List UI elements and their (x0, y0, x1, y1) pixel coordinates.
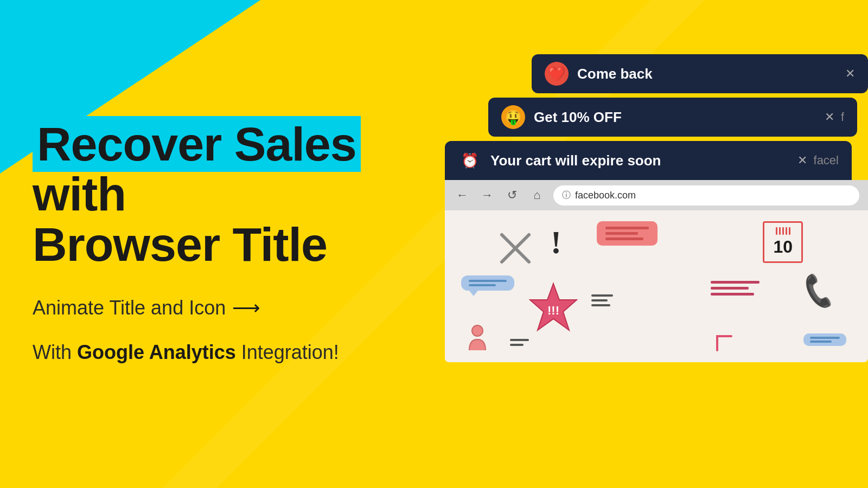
title-line3: Browser Title (33, 217, 327, 271)
number-10-box: 10 (763, 221, 803, 263)
reload-button[interactable]: ↺ (503, 187, 521, 204)
number-box-element: 10 (763, 221, 803, 263)
exclamation-icon-element: ! (551, 224, 561, 261)
tab2-close-button[interactable]: ✕ (825, 110, 834, 124)
ham-b-line-2 (510, 344, 524, 346)
hamburger-bottom (510, 339, 529, 346)
analytics-bold: Google Analytics (77, 341, 236, 363)
browser-toolbar: ← → ↺ ⌂ ⓘ facebook.com (445, 180, 868, 210)
browser-stack: ❤️ Come back ✕ 🤑 Get 10% OFF ✕ f ⏰ Your … (445, 54, 868, 362)
blue-bubble-lines (469, 280, 507, 286)
analytics-prefix: With (33, 341, 77, 363)
blue-line-1 (469, 280, 507, 282)
subtitle-text: Animate Title and Icon (33, 297, 226, 319)
tab1-close-button[interactable]: ✕ (845, 67, 855, 81)
tick-4 (786, 227, 787, 235)
tab2-emoji: 🤑 (505, 109, 522, 126)
tick-3 (782, 227, 784, 235)
small-bubble-lines (810, 337, 840, 343)
tab3-close-button[interactable]: ✕ (797, 153, 807, 168)
pline-2 (711, 287, 749, 290)
title-highlight: Recover Sales (33, 116, 361, 172)
tick-marks (773, 227, 793, 235)
number-10: 10 (773, 237, 793, 257)
analytics-line: With Google Analytics Integration! (33, 341, 361, 364)
tab2-icon: 🤑 (501, 105, 525, 129)
tab3-face-text: facel (814, 153, 839, 168)
exclamation-mark: ! (551, 224, 561, 261)
tab3-title: Your cart will expire soon (490, 152, 789, 169)
pline-1 (711, 281, 760, 284)
person-icon (467, 324, 488, 351)
tab3-icon: ⏰ (458, 149, 482, 172)
corner-bracket (716, 335, 732, 351)
address-info-icon: ⓘ (562, 190, 571, 201)
tick-2 (779, 227, 781, 235)
left-content: Recover Sales with Browser Title Animate… (33, 119, 361, 364)
tab1-title: Come back (577, 66, 837, 82)
ham-line-2 (591, 299, 608, 301)
svg-point-4 (472, 325, 483, 336)
pink-speech-bubble (597, 221, 658, 246)
title-line2: with (33, 167, 126, 221)
pink-text-lines (711, 281, 760, 296)
bubble-line-3 (605, 237, 643, 240)
spiky-element: !!! (526, 281, 580, 335)
tick-5 (789, 227, 790, 235)
tab2-face-text: f (841, 110, 844, 124)
ham-line-3 (591, 304, 610, 306)
blue-bubble-bottom-right (803, 333, 846, 346)
pline-3 (711, 293, 754, 296)
forward-button[interactable]: → (478, 187, 496, 204)
blue-bubble-left (461, 275, 514, 291)
bubble-line-1 (605, 227, 649, 229)
back-button[interactable]: ← (454, 187, 471, 204)
arrow-icon: ⟶ (232, 297, 260, 319)
bubble-lines (605, 227, 649, 240)
bubble-line-2 (605, 232, 638, 235)
svg-text:!!!: !!! (547, 304, 559, 317)
sb-line-1 (810, 337, 840, 339)
tab1-emoji: ❤️ (548, 66, 565, 82)
analytics-suffix: Integration! (236, 341, 339, 363)
tab-bar-discount: 🤑 Get 10% OFF ✕ f (488, 98, 857, 137)
menu-lines (591, 294, 613, 306)
small-blue-bubble (803, 333, 846, 346)
tab2-title: Get 10% OFF (534, 109, 816, 126)
browser-window: ← → ↺ ⌂ ⓘ facebook.com (445, 180, 868, 362)
address-text: facebook.com (575, 190, 636, 201)
hamburger-lines (591, 294, 613, 306)
address-bar[interactable]: ⓘ facebook.com (553, 185, 859, 206)
ham-bottom-lines (510, 339, 529, 346)
right-browser-mockup: ❤️ Come back ✕ 🤑 Get 10% OFF ✕ f ⏰ Your … (445, 54, 868, 362)
cross-icon-element (499, 232, 532, 265)
tick-1 (776, 227, 777, 235)
phone-icon: 📞 (799, 272, 839, 311)
tab3-emoji: ⏰ (461, 152, 478, 169)
browser-content-area: ! (445, 210, 868, 362)
blue-speech-bubble (461, 275, 514, 291)
tab-bar-cart-expire: ⏰ Your cart will expire soon ✕ facel (445, 141, 852, 180)
main-title: Recover Sales with Browser Title (33, 119, 361, 269)
tab-bar-come-back: ❤️ Come back ✕ (532, 54, 868, 93)
tab1-icon: ❤️ (545, 62, 569, 86)
ham-b-line-1 (510, 339, 529, 341)
home-button[interactable]: ⌂ (528, 187, 546, 204)
subtitle-line: Animate Title and Icon ⟶ (33, 297, 361, 319)
pink-bubble-top (597, 221, 658, 246)
pink-lines-middle (711, 281, 760, 296)
sb-line-2 (810, 341, 832, 343)
phone-element: 📞 (802, 275, 835, 307)
blue-line-2 (469, 284, 496, 286)
ham-line-1 (591, 294, 613, 297)
